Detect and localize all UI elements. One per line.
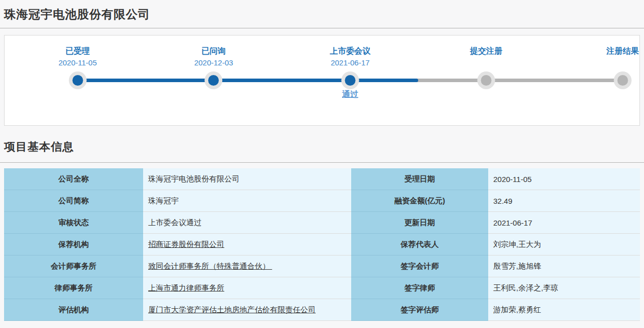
stage-dot-icon bbox=[208, 75, 219, 86]
stage-label: 已问询 bbox=[194, 46, 233, 57]
info-link[interactable]: 致同会计师事务所（特殊普通合伙） bbox=[148, 262, 272, 271]
info-label: 签字律师 bbox=[351, 277, 488, 299]
timeline-stage: 已问询 2020-12-03 bbox=[194, 35, 233, 125]
section-title: 项目基本信息 bbox=[0, 139, 644, 163]
info-link[interactable]: 招商证券股份有限公司 bbox=[148, 240, 224, 249]
info-link[interactable]: 上海市通力律师事务所 bbox=[148, 283, 224, 293]
info-label: 审核状态 bbox=[4, 212, 143, 234]
info-label: 会计师事务所 bbox=[4, 256, 143, 277]
stage-date: 2020-11-05 bbox=[58, 58, 97, 67]
stage-dot-icon bbox=[345, 75, 356, 86]
info-label: 评估机构 bbox=[4, 299, 143, 321]
info-value: 致同会计师事务所（特殊普通合伙） bbox=[143, 256, 351, 277]
project-info-table: 公司全称 珠海冠宇电池股份有限公司 受理日期 2020-11-05 公司简称 珠… bbox=[4, 168, 640, 321]
info-label: 公司简称 bbox=[4, 190, 143, 212]
info-label: 保荐机构 bbox=[4, 234, 143, 256]
stage-dot-icon bbox=[618, 75, 628, 86]
info-label: 受理日期 bbox=[351, 168, 488, 190]
timeline-stage: 上市委会议 2021-06-17 通过 bbox=[330, 35, 370, 125]
info-value: 上海市通力律师事务所 bbox=[143, 277, 351, 299]
info-label: 律师事务所 bbox=[4, 277, 143, 299]
info-value: 游加荣,蔡勇红 bbox=[488, 299, 640, 321]
info-label: 融资金额(亿元) bbox=[351, 190, 488, 212]
stage-result-link[interactable]: 通过 bbox=[342, 89, 358, 100]
info-label: 签字评估师 bbox=[351, 299, 488, 321]
stage-label: 注册结果 bbox=[606, 46, 639, 57]
info-label: 更新日期 bbox=[351, 212, 488, 234]
info-value: 上市委会议通过 bbox=[143, 212, 351, 234]
stage-label: 上市委会议 bbox=[330, 46, 370, 57]
info-value: 殷雪芳,施旭锋 bbox=[488, 256, 640, 277]
stage-date: 2021-06-17 bbox=[330, 58, 370, 67]
stage-dot-icon bbox=[481, 75, 492, 86]
info-value: 32.49 bbox=[488, 190, 640, 212]
timeline-stage: 注册结果 bbox=[606, 35, 639, 125]
info-label: 签字会计师 bbox=[351, 256, 488, 277]
info-value: 刘宗坤,王大为 bbox=[488, 234, 640, 256]
info-label: 公司全称 bbox=[4, 168, 143, 190]
info-value: 2020-11-05 bbox=[488, 168, 640, 190]
info-value: 招商证券股份有限公司 bbox=[143, 234, 351, 256]
stage-date: 2020-12-03 bbox=[194, 58, 233, 67]
info-value: 珠海冠宇电池股份有限公司 bbox=[143, 168, 351, 190]
page-title: 珠海冠宇电池股份有限公司 bbox=[0, 0, 644, 28]
info-value: 珠海冠宇 bbox=[143, 190, 351, 212]
timeline-stage: 提交注册 bbox=[470, 35, 502, 125]
info-value: 厦门市大学资产评估土地房地产估价有限责任公司 bbox=[143, 299, 351, 321]
timeline-stage: 已受理 2020-11-05 bbox=[58, 35, 97, 125]
stage-date bbox=[606, 58, 639, 67]
info-value: 王利民,余泽之,李琼 bbox=[488, 277, 640, 299]
stage-label: 已受理 bbox=[58, 46, 97, 57]
info-value: 2021-06-17 bbox=[488, 212, 640, 234]
ipo-progress-timeline: 已受理 2020-11-05 已问询 2020-12-03 上市委会议 2021… bbox=[4, 35, 640, 126]
stage-label: 提交注册 bbox=[470, 46, 502, 57]
stage-dot-icon bbox=[73, 75, 83, 86]
info-link[interactable]: 厦门市大学资产评估土地房地产估价有限责任公司 bbox=[148, 305, 316, 315]
stage-date bbox=[470, 58, 502, 67]
info-label: 保荐代表人 bbox=[351, 234, 488, 256]
